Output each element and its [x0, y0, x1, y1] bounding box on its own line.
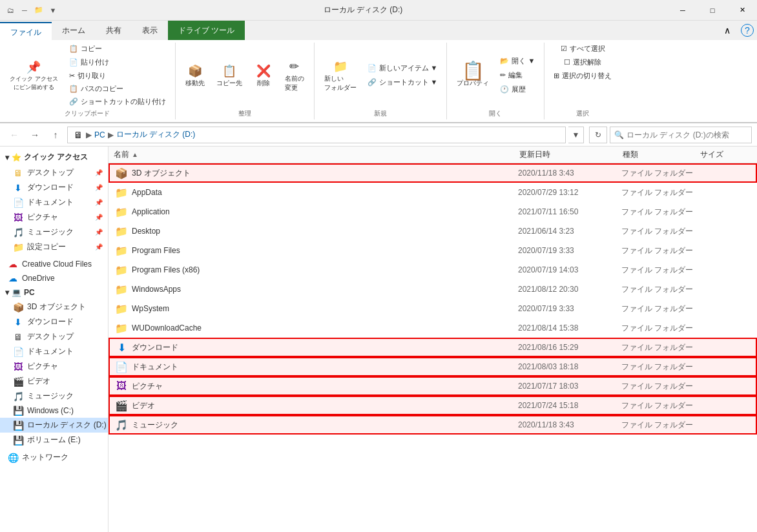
file-row-appdata[interactable]: 📁 AppData 2020/07/29 13:12 ファイル フォルダー	[109, 183, 757, 202]
desktop-label: デスクトップ	[27, 167, 74, 178]
sidebar-item-creative-cloud[interactable]: ☁ Creative Cloud Files	[0, 257, 108, 271]
copy-to-icon: 📋	[222, 63, 237, 79]
file-date-wudc: 2021/08/14 15:38	[518, 323, 621, 332]
history-button[interactable]: 🕐 展歴	[496, 83, 539, 96]
sidebar-item-docs2[interactable]: 📄 ドキュメント	[0, 344, 108, 359]
file-row-wpsystem[interactable]: 📁 WpSystem 2020/07/19 3:33 ファイル フォルダー	[109, 299, 757, 318]
search-box[interactable]: 🔍	[610, 127, 752, 143]
quick-access-header[interactable]: ▾ ⭐ クイック アクセス	[0, 149, 108, 165]
file-icon-wudc: 📁	[115, 322, 128, 334]
close-button[interactable]: ✕	[727, 0, 757, 21]
delete-button[interactable]: ❌ 削除	[249, 60, 278, 91]
open-button[interactable]: 📂 開く ▼	[496, 55, 539, 67]
drive-c-label: Windows (C:)	[27, 406, 74, 415]
sidebar-item-pics2[interactable]: 🖼 ピクチャ	[0, 359, 108, 374]
file-type-appdata: ファイル フォルダー	[621, 187, 699, 198]
properties-button[interactable]: 📋 プロパティ	[452, 60, 493, 91]
col-header-date[interactable]: 更新日時	[519, 149, 623, 160]
new-item-button[interactable]: 📄 新しいアイテム ▼	[364, 62, 442, 74]
onedrive-label: OneDrive	[22, 274, 55, 283]
copy-to-button[interactable]: 📋 コピー先	[212, 60, 247, 91]
minimize-btn[interactable]: ─	[19, 5, 30, 15]
file-type-desktop: ファイル フォルダー	[621, 226, 699, 237]
sidebar-drive-d[interactable]: 💾 ローカル ディスク (D:)	[0, 418, 108, 433]
col-header-size[interactable]: サイズ	[700, 149, 752, 160]
path-pc[interactable]: PC	[94, 130, 105, 139]
invert-icon: ⊞	[554, 72, 559, 80]
sidebar-drive-c[interactable]: 💾 Windows (C:)	[0, 404, 108, 418]
search-input[interactable]	[627, 130, 747, 139]
file-type-docs-ja: ファイル フォルダー	[621, 362, 699, 373]
tab-file[interactable]: ファイル	[0, 22, 52, 41]
rename-button[interactable]: ✏ 名前の変更	[280, 56, 309, 96]
maximize-button[interactable]: □	[698, 0, 727, 21]
file-row-music-ja[interactable]: 🎵 ミュージック 2020/11/18 3:43 ファイル フォルダー	[109, 415, 757, 435]
file-icon-pfx86: 📁	[115, 263, 128, 276]
ribbon-collapse[interactable]: ∧	[717, 21, 738, 40]
tab-share[interactable]: 共有	[96, 21, 132, 40]
file-row-desktop[interactable]: 📁 Desktop 2021/06/14 3:23 ファイル フォルダー	[109, 221, 757, 241]
file-row-pf-x86[interactable]: 📁 Program Files (x86) 2020/07/19 14:03 フ…	[109, 260, 757, 280]
up-button[interactable]: ↑	[47, 126, 65, 144]
sidebar-item-docs[interactable]: 📄 ドキュメント 📌	[0, 195, 108, 210]
cut-button[interactable]: ✂ 切り取り	[65, 70, 170, 82]
invert-selection-button[interactable]: ⊞ 選択の切り替え	[550, 70, 616, 82]
paste-shortcut-button[interactable]: 🔗 ショートカットの貼り付け	[65, 96, 170, 108]
minimize-button[interactable]: ─	[668, 0, 698, 21]
cut-icon: ✂	[69, 72, 75, 80]
download-icon: ⬇	[13, 183, 23, 193]
address-path[interactable]: 🖥 ▶ PC ▶ ローカル ディスク (D:)	[67, 127, 566, 143]
file-date-music-ja: 2020/11/18 3:43	[518, 420, 621, 429]
file-type-3d: ファイル フォルダー	[621, 168, 699, 179]
pc-header[interactable]: ▾ 💻 PC	[0, 285, 108, 300]
file-row-application[interactable]: 📁 Application 2021/07/11 16:50 ファイル フォルダ…	[109, 202, 757, 221]
move-button[interactable]: 📦 移動先	[181, 60, 209, 91]
tab-drive-tool[interactable]: ドライブ ツール	[168, 21, 245, 40]
select-all-button[interactable]: ☑ すべて選択	[557, 43, 609, 55]
tab-home[interactable]: ホーム	[52, 21, 96, 40]
sidebar-item-settings-copy[interactable]: 📁 設定コピー 📌	[0, 240, 108, 254]
refresh-button[interactable]: ↻	[589, 127, 607, 143]
pin-indicator4: 📌	[95, 214, 103, 221]
sidebar-item-music[interactable]: 🎵 ミュージック 📌	[0, 225, 108, 240]
copy-path-button[interactable]: 📋 パスのコピー	[65, 83, 170, 95]
file-row-download-ja[interactable]: ⬇ ダウンロード 2021/08/16 15:29 ファイル フォルダー	[109, 338, 757, 357]
file-row-video-ja[interactable]: 🎬 ビデオ 2021/07/24 15:18 ファイル フォルダー	[109, 396, 757, 415]
sidebar-item-3d[interactable]: 📦 3D オブジェクト	[0, 300, 108, 314]
edit-icon: ✏	[500, 71, 506, 79]
new-folder-button[interactable]: 📁 新しいフォルダー	[320, 56, 361, 96]
file-date-winapps: 2021/08/12 20:30	[518, 285, 621, 294]
help-button[interactable]: ?	[741, 24, 754, 37]
file-row-windowsapps[interactable]: 📁 WindowsApps 2021/08/12 20:30 ファイル フォルダ…	[109, 280, 757, 299]
tab-view[interactable]: 表示	[132, 21, 168, 40]
col-header-name[interactable]: 名前 ▲	[114, 149, 519, 160]
file-row-pics-ja[interactable]: 🖼 ピクチャ 2021/07/17 18:03 ファイル フォルダー	[109, 376, 757, 396]
pin-button[interactable]: 📌 クイック アクセスにピン留めする	[5, 56, 63, 95]
deselect-button[interactable]: ☐ 選択解除	[560, 56, 605, 68]
sidebar-item-music2[interactable]: 🎵 ミュージック	[0, 389, 108, 404]
file-row-program-files[interactable]: 📁 Program Files 2020/07/19 3:33 ファイル フォル…	[109, 241, 757, 260]
file-row-docs-ja[interactable]: 📄 ドキュメント 2021/08/03 18:18 ファイル フォルダー	[109, 357, 757, 376]
paste-button[interactable]: 📄 貼り付け	[65, 56, 170, 68]
sidebar-item-desktop2[interactable]: 🖥 デスクトップ	[0, 329, 108, 344]
file-row-3d-objects[interactable]: 📦 3D オブジェクト 2020/11/18 3:43 ファイル フォルダー	[109, 163, 757, 183]
sidebar-item-download[interactable]: ⬇ ダウンロード 📌	[0, 180, 108, 195]
sidebar-item-pics[interactable]: 🖼 ピクチャ 📌	[0, 210, 108, 225]
organize-label: 整理	[181, 108, 309, 119]
sidebar-drive-e[interactable]: 💾 ボリューム (E:)	[0, 433, 108, 447]
address-dropdown[interactable]: ▼	[568, 127, 584, 143]
sidebar-item-video[interactable]: 🎬 ビデオ	[0, 374, 108, 389]
sidebar-item-onedrive[interactable]: ☁ OneDrive	[0, 271, 108, 285]
copy-button[interactable]: 📋 コピー	[65, 43, 170, 55]
sidebar-item-desktop[interactable]: 🖥 デスクトップ 📌	[0, 165, 108, 180]
path-drive[interactable]: ローカル ディスク (D:)	[116, 129, 196, 140]
file-row-wudc[interactable]: 📁 WUDownloadCache 2021/08/14 15:38 ファイル …	[109, 318, 757, 338]
col-header-type[interactable]: 種類	[623, 149, 700, 160]
back-button[interactable]: ←	[5, 126, 23, 144]
shortcut-button[interactable]: 🔗 ショートカット ▼	[364, 76, 442, 88]
forward-button[interactable]: →	[26, 126, 44, 144]
edit-button[interactable]: ✏ 編集	[496, 69, 539, 81]
file-type-application: ファイル フォルダー	[621, 207, 699, 218]
sidebar-item-dl[interactable]: ⬇ ダウンロード	[0, 314, 108, 329]
sidebar-item-network[interactable]: 🌐 ネットワーク	[0, 450, 108, 465]
